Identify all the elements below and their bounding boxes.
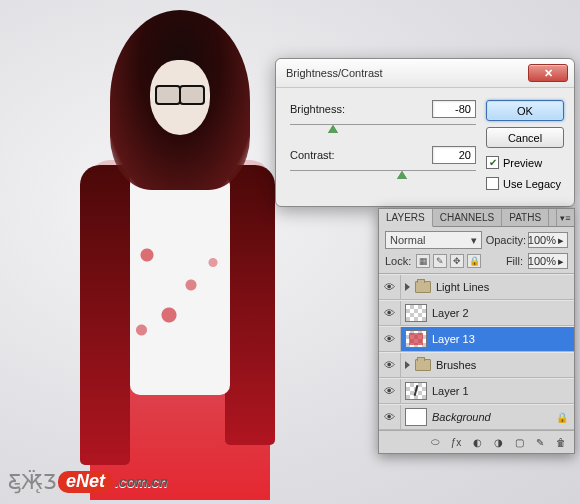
watermark-logo: eNet [58,471,113,493]
tab-layers[interactable]: LAYERS [379,209,433,227]
layer-thumbnail [405,408,427,426]
opacity-input[interactable]: 100%▸ [528,232,568,248]
panel-menu-button[interactable]: ▾≡ [556,209,574,226]
eye-icon: 👁 [384,385,395,397]
legacy-label: Use Legacy [503,178,561,190]
tab-paths[interactable]: PATHS [502,209,549,226]
brightness-label: Brightness: [290,103,432,115]
legacy-checkbox-row[interactable]: Use Legacy [486,177,564,190]
expand-icon[interactable] [405,283,410,291]
adjustment-layer-button[interactable]: ◑ [489,434,507,450]
layers-panel-footer: ⬭ ƒx ◐ ◑ ▢ ✎ 🗑 [379,430,574,453]
layer-name: Background [432,411,491,423]
layer-name: Light Lines [436,281,489,293]
dialog-titlebar[interactable]: Brightness/Contrast ✕ [276,59,574,88]
layer-style-button[interactable]: ƒx [447,434,465,450]
lock-pixels-icon[interactable]: ✎ [433,254,447,268]
layer-list: 👁 Light Lines 👁 Layer 2 👁 Layer 13 👁 [379,274,574,430]
eye-icon: 👁 [384,359,395,371]
layer-name: Layer 1 [432,385,469,397]
chevron-down-icon: ▾ [471,234,477,247]
preview-label: Preview [503,157,542,169]
lock-position-icon[interactable]: ✥ [450,254,464,268]
layer-row[interactable]: 👁 Light Lines [379,274,574,300]
layer-name: Brushes [436,359,476,371]
chevron-right-icon: ▸ [558,255,564,268]
eye-icon: 👁 [384,411,395,423]
tab-channels[interactable]: CHANNELS [433,209,502,226]
dialog-title: Brightness/Contrast [286,67,528,79]
layer-thumbnail [405,330,427,348]
preview-checkbox[interactable]: ✔ [486,156,499,169]
contrast-label: Contrast: [290,149,432,161]
layer-row[interactable]: 👁 Layer 1 [379,378,574,404]
folder-icon [415,359,431,371]
layer-name: Layer 2 [432,307,469,319]
brightness-input[interactable] [432,100,476,118]
visibility-toggle[interactable]: 👁 [379,379,401,403]
lock-label: Lock: [385,255,411,267]
opacity-label: Opacity: [486,234,526,246]
layer-thumbnail [405,304,427,322]
photo-subject [60,10,300,500]
butterfly-icon: Ƹ̵̡Ӝ̵̨̄Ʒ [8,470,56,494]
layers-panel: LAYERS CHANNELS PATHS ▾≡ Normal ▾ Opacit… [378,208,575,454]
layer-mask-button[interactable]: ◐ [468,434,486,450]
new-layer-button[interactable]: ✎ [531,434,549,450]
layer-name: Layer 13 [432,333,475,345]
lock-all-icon[interactable]: 🔒 [467,254,481,268]
link-layers-button[interactable]: ⬭ [426,434,444,450]
eye-icon: 👁 [384,307,395,319]
chevron-right-icon: ▸ [558,234,564,247]
cancel-button[interactable]: Cancel [486,127,564,148]
eye-icon: 👁 [384,281,395,293]
new-group-button[interactable]: ▢ [510,434,528,450]
layer-row[interactable]: 👁 Layer 2 [379,300,574,326]
contrast-slider[interactable] [290,168,476,182]
legacy-checkbox[interactable] [486,177,499,190]
visibility-toggle[interactable]: 👁 [379,405,401,429]
lock-icon: 🔒 [556,412,568,423]
layer-thumbnail [405,382,427,400]
visibility-toggle[interactable]: 👁 [379,353,401,377]
ok-button[interactable]: OK [486,100,564,121]
visibility-toggle[interactable]: 👁 [379,327,401,351]
lock-transparency-icon[interactable]: ▦ [416,254,430,268]
brightness-slider[interactable] [290,122,476,136]
watermark-text: .com.cn [115,474,168,490]
layer-row-selected[interactable]: 👁 Layer 13 [379,326,574,352]
preview-checkbox-row[interactable]: ✔ Preview [486,156,564,169]
panel-tabs: LAYERS CHANNELS PATHS ▾≡ [379,209,574,227]
fill-input[interactable]: 100%▸ [528,253,568,269]
close-icon: ✕ [544,67,553,80]
delete-layer-button[interactable]: 🗑 [552,434,570,450]
folder-icon [415,281,431,293]
eye-icon: 👁 [384,333,395,345]
blend-mode-select[interactable]: Normal ▾ [385,231,482,249]
layer-row[interactable]: 👁 Brushes [379,352,574,378]
visibility-toggle[interactable]: 👁 [379,301,401,325]
brightness-contrast-dialog: Brightness/Contrast ✕ Brightness: Contra… [275,58,575,207]
fill-label: Fill: [506,255,523,267]
close-button[interactable]: ✕ [528,64,568,82]
expand-icon[interactable] [405,361,410,369]
layer-row[interactable]: 👁 Background 🔒 [379,404,574,430]
contrast-input[interactable] [432,146,476,164]
watermark: Ƹ̵̡Ӝ̵̨̄Ʒ eNet .com.cn [8,470,168,494]
visibility-toggle[interactable]: 👁 [379,275,401,299]
